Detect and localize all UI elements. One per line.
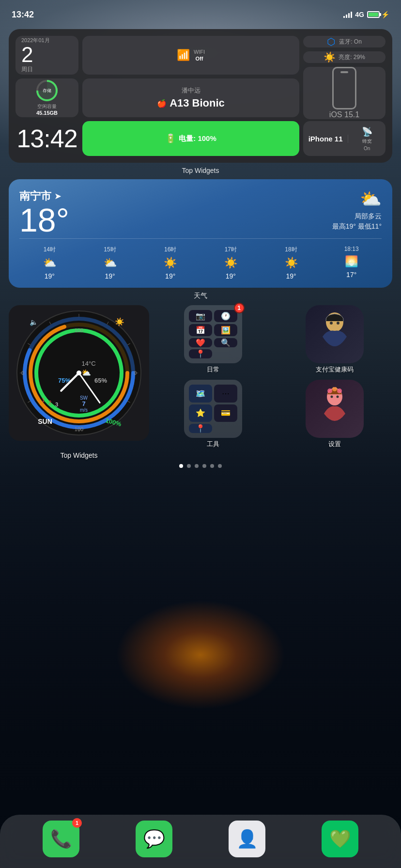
top-widget-card: 2022年01月 2 周日 📶 WIFI Off 13:42 🔋 电量: 100… [9, 29, 392, 163]
messages-glyph: 💬 [143, 829, 165, 849]
svg-text:100: 100 [75, 426, 83, 432]
svg-text:0: 0 [21, 370, 24, 376]
dot-1[interactable] [179, 464, 183, 468]
dock-contacts[interactable]: 👤 [229, 821, 265, 857]
bluetooth-label: 蓝牙: On [339, 38, 362, 46]
location-icon: ➤ [54, 191, 62, 202]
contacts-icon[interactable]: 👤 [229, 821, 265, 857]
phone-model: iPhone 11 [308, 135, 343, 143]
tool-dots: ⋯ [214, 385, 237, 403]
time-cell: 13:42 [15, 121, 78, 156]
dot-5[interactable] [210, 464, 214, 468]
widget-grid: 2022年01月 2 周日 📶 WIFI Off 13:42 🔋 电量: 100… [15, 36, 386, 156]
forecast-2: 16时 ☀️ 19° [140, 246, 200, 280]
dock-wechat[interactable]: 💚 [322, 821, 358, 857]
messages-icon[interactable]: 💬 [136, 821, 172, 857]
daily-folder[interactable]: 1 📷 🕐 📅 🖼️ ❤️ 🔍 📍 [184, 305, 242, 363]
dock-messages[interactable]: 💬 [136, 821, 172, 857]
weather-main-icon: ⛅ [360, 189, 382, 209]
dot-3[interactable] [195, 464, 199, 468]
forecast-3: 17时 ☀️ 19° [200, 246, 261, 280]
signal-icon [343, 11, 352, 18]
svg-point-48 [337, 388, 342, 393]
bluetooth-icon: ⬡ [327, 36, 335, 47]
wifi-status: Off [194, 55, 205, 62]
storage-size: 45.15GB [36, 110, 58, 116]
storage-icon: 存储 [38, 82, 56, 99]
date-cell: 2022年01月 2 周日 [15, 36, 78, 75]
cellular-label: 蜂窝 [362, 138, 372, 145]
wechat-icon[interactable]: 💚 [322, 821, 358, 857]
ios-label: iOS 15.1 [329, 110, 359, 119]
phone-outline-icon [332, 67, 356, 109]
right-apps-col: 支付宝健康码 设置 [277, 305, 392, 449]
phone-glyph: 📞 [50, 829, 72, 849]
forecast-1: 15时 ⛅ 19° [80, 246, 140, 280]
watch-widget: ☀️ 🔈 100 0 0 100 14°C ⛅ 75% 65% SW 7 m/s [9, 305, 149, 441]
storage-free-label: 空闲容量 [37, 103, 57, 110]
svg-point-46 [327, 388, 332, 393]
tool-maps: 🗺️ [189, 385, 212, 403]
battery-icon: ⚡ [367, 11, 389, 18]
ios-cell: iOS 15.1 [303, 67, 386, 119]
alipay-item[interactable]: 支付宝健康码 [277, 305, 392, 374]
chip-name: A13 Bionic [170, 97, 225, 109]
wifi-cell[interactable]: 📶 WIFI Off [82, 36, 299, 75]
dot-4[interactable] [202, 464, 206, 468]
top-widget-label: Top Widgets [9, 167, 392, 174]
alipay-icon[interactable] [306, 305, 364, 363]
settings-icon[interactable] [306, 380, 364, 438]
dot-6[interactable] [218, 464, 222, 468]
weather-temp: 18° [19, 203, 69, 236]
middle-apps-col: 1 📷 🕐 📅 🖼️ ❤️ 🔍 📍 日常 🗺️ ⋯ ⭐ 💳 � [155, 305, 271, 449]
tool-label: 工具 [207, 440, 219, 449]
bottom-labels: Top Widgets [9, 451, 392, 459]
folder-app-magnify: 🔍 [214, 338, 237, 347]
watch-face-svg: ☀️ 🔈 100 0 0 100 14°C ⛅ 75% 65% SW 7 m/s [16, 310, 142, 436]
bottom-widgets: ☀️ 🔈 100 0 0 100 14°C ⛅ 75% 65% SW 7 m/s [9, 305, 392, 449]
main-content: 2022年01月 2 周日 📶 WIFI Off 13:42 🔋 电量: 100… [0, 24, 401, 868]
forecast-5: 18:13 🌅 17° [321, 246, 382, 280]
brightness-cell[interactable]: ☀️ 亮度: 29% [303, 51, 386, 63]
svg-point-39 [77, 371, 81, 375]
dot-2[interactable] [187, 464, 191, 468]
network-type: 4G [355, 11, 364, 18]
svg-text:100: 100 [75, 327, 83, 333]
alipay-label: 支付宝健康码 [316, 365, 354, 374]
bluetooth-cell[interactable]: ⬡ 蓝牙: On [303, 36, 386, 47]
dock: 📞 1 💬 👤 💚 [0, 815, 401, 868]
svg-point-41 [330, 322, 333, 325]
battery-cell: 🔋 电量: 100% [82, 121, 299, 156]
phone-icon[interactable]: 📞 1 [43, 821, 79, 857]
folder-app-calendar: 📅 [189, 324, 212, 336]
cellular-status: On [364, 146, 370, 151]
svg-text:3: 3 [55, 402, 58, 407]
status-time: 13:42 [12, 10, 34, 20]
forecast-0: 14时 ⛅ 19° [19, 246, 80, 280]
weather-header: 南宁市 ➤ 18° ⛅ 局部多云 最高19° 最低11° [19, 189, 382, 236]
tool-folder[interactable]: 🗺️ ⋯ ⭐ 💳 📍 [184, 380, 242, 438]
page-dots [9, 464, 392, 468]
svg-text:⛅: ⛅ [81, 368, 91, 377]
dock-phone[interactable]: 📞 1 [43, 821, 79, 857]
tool-folder-item[interactable]: 🗺️ ⋯ ⭐ 💳 📍 工具 [155, 380, 271, 449]
settings-item[interactable]: 设置 [277, 380, 392, 449]
daily-label: 日常 [207, 365, 219, 374]
svg-point-44 [330, 396, 333, 398]
svg-text:SUN: SUN [38, 418, 52, 425]
svg-text:☀️: ☀️ [115, 317, 124, 326]
svg-text:0: 0 [134, 370, 137, 376]
status-icons: 4G ⚡ [343, 11, 389, 18]
watch-widget-label: Top Widgets [9, 451, 149, 459]
svg-text:m/s: m/s [80, 407, 88, 413]
settings-label: 设置 [328, 440, 341, 449]
folder-app-clock: 🕐 [214, 310, 237, 322]
folder-app-extra: 📍 [189, 349, 212, 358]
daily-folder-item[interactable]: 1 📷 🕐 📅 🖼️ ❤️ 🔍 📍 日常 [155, 305, 271, 374]
wifi-label: WIFI [194, 48, 205, 55]
svg-text:2: 2 [48, 400, 51, 405]
tool-loc: 📍 [189, 424, 212, 433]
svg-point-45 [336, 396, 339, 398]
status-bar: 13:42 4G ⚡ [0, 0, 401, 24]
weather-label: 天气 [9, 292, 392, 300]
